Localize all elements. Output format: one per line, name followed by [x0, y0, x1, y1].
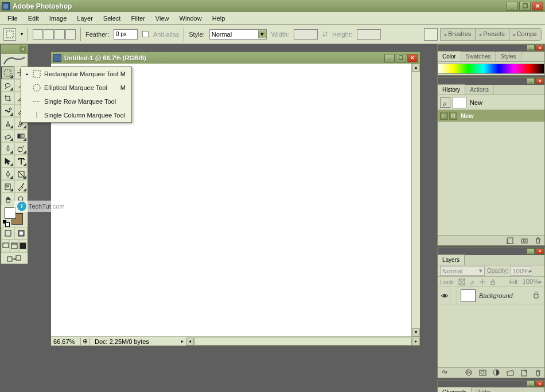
menu-view[interactable]: View	[150, 13, 174, 23]
feather-input[interactable]	[114, 29, 138, 40]
flyout-col-marquee[interactable]: Single Column Marquee Tool	[21, 108, 131, 122]
panel-minimize-button[interactable]: _	[527, 381, 535, 387]
layer-name[interactable]: Background	[479, 292, 533, 299]
well-brushes[interactable]: Brushes	[441, 29, 476, 40]
new-doc-from-state-icon[interactable]	[505, 237, 515, 245]
sel-intersect-icon[interactable]	[65, 29, 76, 40]
menu-file[interactable]: File	[2, 13, 23, 23]
zoom-value[interactable]: 66,67%	[51, 338, 81, 345]
status-popup-icon[interactable]: ⊕	[81, 338, 90, 345]
sel-subtract-icon[interactable]	[54, 29, 65, 40]
stamp-tool[interactable]	[1, 117, 14, 130]
eraser-tool[interactable]	[1, 130, 14, 142]
gradient-tool[interactable]	[14, 130, 28, 142]
tab-swatches[interactable]: Swatches	[461, 52, 496, 61]
panel-close-button[interactable]: ×	[536, 78, 544, 84]
quickmask-mode-icon[interactable]	[14, 227, 28, 240]
tab-channels[interactable]: Channels	[438, 387, 472, 392]
color-ramp[interactable]	[438, 64, 544, 74]
blur-tool[interactable]	[1, 142, 14, 155]
panel-minimize-button[interactable]: _	[527, 248, 535, 254]
scroll-down-icon[interactable]: ▾	[412, 328, 420, 336]
maximize-button[interactable]: ❐	[519, 2, 531, 11]
horizontal-scrollbar[interactable]: ▸ ◂ ▸	[179, 337, 420, 346]
close-button[interactable]: ✕	[532, 2, 543, 11]
doc-maximize-button[interactable]: ❐	[396, 54, 406, 62]
marquee-tool[interactable]	[1, 66, 14, 79]
sel-add-icon[interactable]	[44, 29, 54, 40]
document-titlebar[interactable]: Untitled-1 @ 66,7% (RGB/8) _ ❐ ✕	[51, 52, 420, 64]
menu-help[interactable]: Help	[207, 13, 231, 23]
new-group-icon[interactable]	[505, 369, 515, 377]
doc-minimize-button[interactable]: _	[384, 54, 395, 62]
hand-tool[interactable]	[1, 193, 14, 205]
tab-actions[interactable]: Actions	[465, 85, 494, 95]
jump-to-imageready-icon[interactable]	[1, 252, 28, 264]
menu-filter[interactable]: Filter	[126, 13, 150, 23]
layer-style-icon[interactable]: fx	[464, 369, 473, 377]
eyedropper-tool[interactable]	[14, 180, 28, 193]
scroll-up-icon[interactable]: ▴	[412, 64, 420, 72]
link-layers-icon[interactable]	[440, 369, 449, 377]
shape-tool[interactable]	[14, 167, 28, 180]
tab-styles[interactable]: Styles	[496, 52, 521, 61]
history-state-row[interactable]: ▷ ▤ New	[438, 110, 544, 121]
doc-close-button[interactable]: ✕	[407, 54, 418, 62]
pen-tool[interactable]	[1, 167, 14, 180]
layer-row-background[interactable]: Background	[438, 287, 544, 304]
trash-icon[interactable]	[533, 369, 542, 377]
panel-close-button[interactable]: ×	[536, 248, 544, 254]
vertical-scrollbar[interactable]: ▴ ▾	[411, 64, 420, 336]
adjustment-layer-icon[interactable]	[492, 369, 501, 377]
flyout-rect-marquee[interactable]: ▪ Rectangular Marquee Tool M	[21, 67, 131, 81]
col-marquee-icon	[32, 111, 42, 120]
sel-new-icon[interactable]	[33, 29, 43, 40]
new-layer-icon[interactable]	[519, 369, 528, 377]
crop-tool[interactable]	[1, 92, 14, 104]
history-snapshot-row[interactable]: New	[438, 95, 544, 110]
antialias-label: Anti-alias	[153, 31, 179, 38]
tab-layers[interactable]: Layers	[438, 254, 465, 265]
brush-source-icon[interactable]	[440, 97, 450, 108]
lasso-tool[interactable]	[1, 79, 14, 92]
well-comps[interactable]: Comps	[509, 29, 542, 40]
default-colors-icon[interactable]	[3, 220, 9, 226]
menu-image[interactable]: Image	[44, 13, 72, 23]
flyout-row-marquee[interactable]: Single Row Marquee Tool	[21, 95, 131, 108]
menu-window[interactable]: Window	[174, 13, 207, 23]
trash-icon[interactable]	[533, 237, 542, 245]
current-tool-icon[interactable]	[3, 28, 16, 41]
toolbox-close-icon[interactable]: ×	[20, 46, 26, 53]
screen-full-icon[interactable]	[19, 240, 28, 252]
palette-well-button[interactable]	[424, 28, 438, 41]
panel-minimize-button[interactable]: _	[527, 45, 535, 51]
style-select[interactable]: Normal ▾	[209, 29, 267, 40]
standard-mode-icon[interactable]	[1, 227, 14, 240]
well-presets[interactable]: Presets	[476, 29, 509, 40]
screen-standard-icon[interactable]	[1, 240, 10, 252]
screen-full-menu-icon[interactable]	[10, 240, 18, 252]
new-snapshot-icon[interactable]	[519, 237, 528, 245]
menu-edit[interactable]: Edit	[23, 13, 44, 23]
menu-layer[interactable]: Layer	[72, 13, 98, 23]
visibility-toggle-icon[interactable]	[439, 288, 450, 304]
panel-minimize-button[interactable]: _	[527, 78, 535, 84]
tab-paths[interactable]: Paths	[472, 387, 496, 392]
scroll-right-icon[interactable]: ▸	[412, 338, 420, 346]
selection-mode-new[interactable]	[33, 29, 76, 40]
panel-close-button[interactable]: ×	[536, 45, 544, 51]
heal-tool[interactable]	[1, 104, 14, 117]
minimize-button[interactable]: _	[507, 2, 518, 11]
flyout-ellipse-marquee[interactable]: Elliptical Marquee Tool M	[21, 81, 131, 95]
menu-select[interactable]: Select	[98, 13, 126, 23]
layer-mask-icon[interactable]	[478, 369, 487, 377]
scroll-left-icon[interactable]: ◂	[186, 338, 194, 346]
panel-close-button[interactable]: ×	[536, 381, 544, 387]
tab-history[interactable]: History	[438, 84, 465, 95]
tab-color[interactable]: Color	[438, 51, 461, 61]
svg-rect-17	[16, 256, 21, 260]
type-tool[interactable]	[14, 155, 28, 167]
dodge-tool[interactable]	[14, 142, 28, 155]
path-select-tool[interactable]	[1, 155, 14, 167]
notes-tool[interactable]	[1, 180, 14, 193]
